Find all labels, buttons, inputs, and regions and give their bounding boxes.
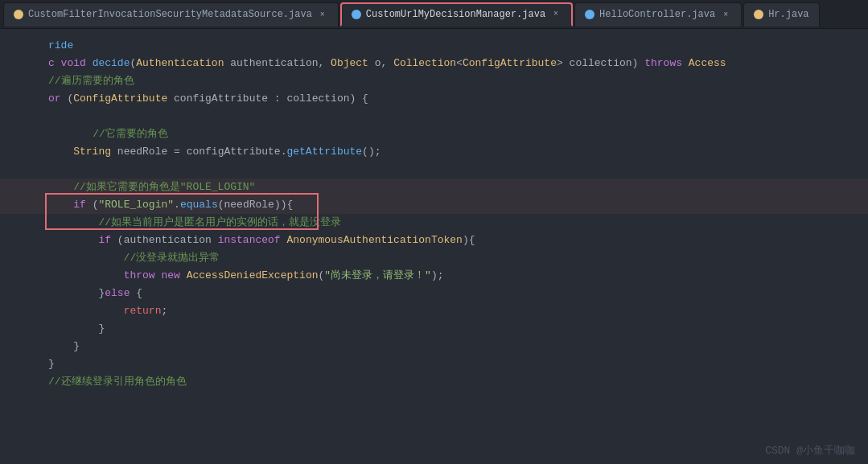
code-text: String — [73, 143, 111, 161]
code-text: new — [161, 267, 186, 285]
code-text: ( — [318, 267, 324, 285]
code-line: }else { — [0, 285, 868, 302]
code-text: c — [48, 55, 61, 72]
code-text: getAttribute — [286, 143, 362, 161]
code-text: ; — [161, 302, 167, 320]
code-text: decide — [93, 55, 130, 72]
code-line: //它需要的角色 — [0, 125, 868, 143]
code-text: (authentication — [117, 232, 218, 249]
code-line: String needRole = configAttribute.getAtt… — [0, 143, 868, 161]
code-text: ConfigAttribute — [73, 90, 167, 108]
tab-icon-3 — [585, 10, 594, 19]
code-text: o, — [368, 55, 393, 72]
tab-custom-filter[interactable]: CustomFilterInvocationSecurityMetadataSo… — [3, 2, 339, 27]
code-text: } — [48, 320, 105, 338]
code-line: ride — [0, 37, 868, 55]
code-text — [48, 143, 73, 161]
code-line — [0, 108, 868, 125]
code-line: if (authentication instanceof AnonymousA… — [0, 232, 868, 249]
code-text: ( — [93, 196, 99, 214]
code-text: void — [61, 55, 93, 72]
code-text: throw — [124, 267, 162, 285]
code-text: or — [48, 90, 67, 108]
code-text: AccessDeniedException — [187, 267, 319, 285]
code-text: throws — [644, 55, 689, 72]
code-text: //它需要的角色 — [48, 125, 168, 143]
code-text: > collection) — [557, 55, 644, 72]
code-line: if ("ROLE_login".equals(needRole)){ — [0, 196, 868, 214]
code-text: . — [174, 196, 180, 214]
code-text: "尚未登录，请登录！" — [324, 267, 431, 285]
code-line: //遍历需要的角色 — [0, 72, 868, 90]
code-text: } — [48, 338, 80, 355]
code-line: or (ConfigAttribute configAttribute : co… — [0, 90, 868, 108]
code-line: //还继续登录引用角色的角色 — [0, 373, 868, 391]
code-text: //如果当前用户是匿名用户的实例的话，就是没登录 — [48, 214, 341, 232]
code-text: (); — [362, 143, 381, 161]
code-text: //如果它需要的角色是"ROLE_LOGIN" — [48, 179, 255, 196]
tab-bar: CustomFilterInvocationSecurityMetadataSo… — [0, 0, 868, 29]
code-text: Authentication — [136, 55, 224, 72]
code-text: { — [136, 285, 142, 302]
code-text: if — [73, 196, 92, 214]
code-text: ride — [48, 37, 73, 55]
code-text: "ROLE_login" — [98, 196, 174, 214]
code-line: return; — [0, 302, 868, 320]
code-text — [48, 267, 124, 285]
code-line: } — [0, 355, 868, 373]
tab-label-3: HelloController.java — [599, 9, 715, 20]
code-text: ){ — [463, 232, 475, 249]
tab-icon-1 — [14, 10, 23, 19]
tab-custom-url[interactable]: CustomUrlMyDecisionManager.java × — [340, 2, 573, 27]
code-text: //没登录就抛出异常 — [48, 249, 220, 267]
code-text — [48, 302, 124, 320]
code-text — [48, 232, 98, 249]
tab-close-2[interactable]: × — [550, 9, 562, 20]
code-text: } — [98, 285, 105, 302]
code-text: Object — [331, 55, 368, 72]
tab-label-4: Hr.java — [768, 9, 808, 20]
code-text: ConfigAttribute — [463, 55, 557, 72]
code-text: ( — [67, 90, 73, 108]
code-line: //没登录就抛出异常 — [0, 249, 868, 267]
tab-label-2: CustomUrlMyDecisionManager.java — [366, 9, 545, 20]
code-text: //遍历需要的角色 — [48, 72, 134, 90]
code-text: Collection — [393, 55, 456, 72]
tab-close-1[interactable]: × — [317, 9, 328, 20]
code-text: needRole = configAttribute. — [111, 143, 286, 161]
code-text — [48, 196, 73, 214]
code-text: //还继续登录引用角色的角色 — [48, 373, 187, 391]
code-line: c void decide(Authentication authenticat… — [0, 55, 868, 72]
code-line: } — [0, 320, 868, 338]
code-text: < — [456, 55, 463, 72]
code-text: AnonymousAuthenticationToken — [286, 232, 462, 249]
code-area: ride c void decide(Authentication authen… — [0, 29, 868, 464]
code-text: Access — [689, 55, 726, 72]
tab-icon-2 — [352, 10, 361, 19]
code-text: } — [48, 355, 55, 373]
tab-label-1: CustomFilterInvocationSecurityMetadataSo… — [28, 9, 312, 20]
code-text: ); — [431, 267, 444, 285]
code-text: authentication, — [224, 55, 331, 72]
code-text: else — [105, 285, 136, 302]
code-line: } — [0, 338, 868, 355]
code-line: //如果当前用户是匿名用户的实例的话，就是没登录 — [0, 214, 868, 232]
tab-hello-controller[interactable]: HelloController.java × — [574, 2, 742, 27]
code-text — [48, 285, 98, 302]
code-text: instanceof — [218, 232, 287, 249]
tab-close-3[interactable]: × — [720, 9, 731, 20]
code-line — [0, 161, 868, 179]
code-text: equals — [180, 196, 218, 214]
code-text: (needRole)){ — [218, 196, 294, 214]
tab-icon-4 — [754, 10, 763, 19]
tab-hr[interactable]: Hr.java — [743, 2, 819, 27]
code-text: return — [124, 302, 162, 320]
code-text: configAttribute : collection) { — [167, 90, 368, 108]
code-text: if — [98, 232, 117, 249]
code-line: //如果它需要的角色是"ROLE_LOGIN" — [0, 179, 868, 196]
code-text: ( — [130, 55, 136, 72]
watermark: CSDN @小鱼千咖咖 — [765, 443, 855, 458]
code-line: throw new AccessDeniedException("尚未登录，请登… — [0, 267, 868, 285]
